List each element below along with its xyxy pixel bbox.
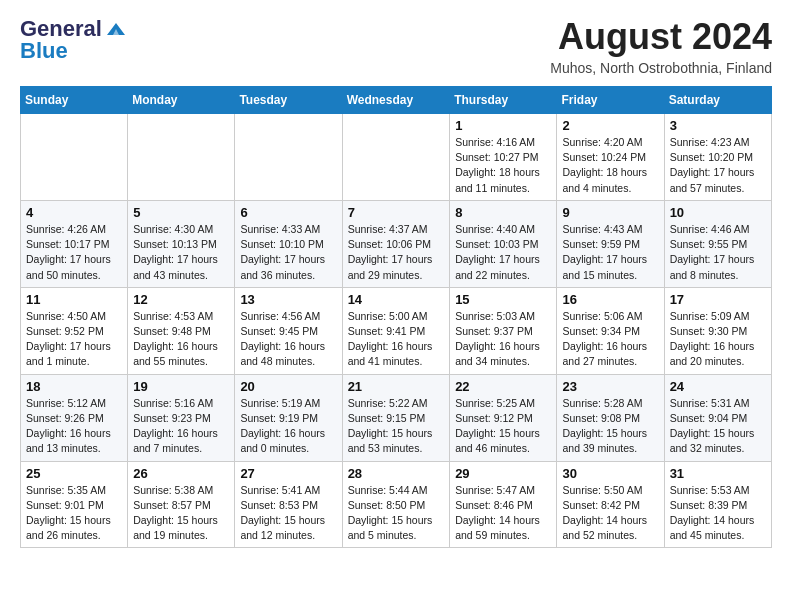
- day-number: 31: [670, 466, 766, 481]
- day-cell: 17Sunrise: 5:09 AM Sunset: 9:30 PM Dayli…: [664, 287, 771, 374]
- day-number: 25: [26, 466, 122, 481]
- day-cell: 11Sunrise: 4:50 AM Sunset: 9:52 PM Dayli…: [21, 287, 128, 374]
- logo-icon: [105, 21, 127, 37]
- day-cell: 8Sunrise: 4:40 AM Sunset: 10:03 PM Dayli…: [450, 200, 557, 287]
- weekday-header-wednesday: Wednesday: [342, 87, 450, 114]
- day-info: Sunrise: 5:28 AM Sunset: 9:08 PM Dayligh…: [562, 396, 658, 457]
- day-info: Sunrise: 4:23 AM Sunset: 10:20 PM Daylig…: [670, 135, 766, 196]
- day-number: 27: [240, 466, 336, 481]
- day-cell: 23Sunrise: 5:28 AM Sunset: 9:08 PM Dayli…: [557, 374, 664, 461]
- day-number: 5: [133, 205, 229, 220]
- day-number: 3: [670, 118, 766, 133]
- day-number: 9: [562, 205, 658, 220]
- day-number: 13: [240, 292, 336, 307]
- day-info: Sunrise: 4:50 AM Sunset: 9:52 PM Dayligh…: [26, 309, 122, 370]
- day-info: Sunrise: 4:16 AM Sunset: 10:27 PM Daylig…: [455, 135, 551, 196]
- day-cell: 30Sunrise: 5:50 AM Sunset: 8:42 PM Dayli…: [557, 461, 664, 548]
- day-cell: 27Sunrise: 5:41 AM Sunset: 8:53 PM Dayli…: [235, 461, 342, 548]
- day-cell: 7Sunrise: 4:37 AM Sunset: 10:06 PM Dayli…: [342, 200, 450, 287]
- day-cell: 26Sunrise: 5:38 AM Sunset: 8:57 PM Dayli…: [128, 461, 235, 548]
- week-row-3: 11Sunrise: 4:50 AM Sunset: 9:52 PM Dayli…: [21, 287, 772, 374]
- day-info: Sunrise: 5:35 AM Sunset: 9:01 PM Dayligh…: [26, 483, 122, 544]
- day-number: 23: [562, 379, 658, 394]
- weekday-header-friday: Friday: [557, 87, 664, 114]
- day-cell: 14Sunrise: 5:00 AM Sunset: 9:41 PM Dayli…: [342, 287, 450, 374]
- day-cell: 9Sunrise: 4:43 AM Sunset: 9:59 PM Daylig…: [557, 200, 664, 287]
- day-info: Sunrise: 5:00 AM Sunset: 9:41 PM Dayligh…: [348, 309, 445, 370]
- day-info: Sunrise: 4:46 AM Sunset: 9:55 PM Dayligh…: [670, 222, 766, 283]
- day-number: 1: [455, 118, 551, 133]
- week-row-4: 18Sunrise: 5:12 AM Sunset: 9:26 PM Dayli…: [21, 374, 772, 461]
- day-info: Sunrise: 4:37 AM Sunset: 10:06 PM Daylig…: [348, 222, 445, 283]
- month-year: August 2024: [550, 16, 772, 58]
- day-info: Sunrise: 5:31 AM Sunset: 9:04 PM Dayligh…: [670, 396, 766, 457]
- day-info: Sunrise: 5:12 AM Sunset: 9:26 PM Dayligh…: [26, 396, 122, 457]
- day-number: 22: [455, 379, 551, 394]
- day-cell: 20Sunrise: 5:19 AM Sunset: 9:19 PM Dayli…: [235, 374, 342, 461]
- day-number: 4: [26, 205, 122, 220]
- day-number: 17: [670, 292, 766, 307]
- day-number: 24: [670, 379, 766, 394]
- page-header: General Blue August 2024 Muhos, North Os…: [20, 16, 772, 76]
- day-info: Sunrise: 4:43 AM Sunset: 9:59 PM Dayligh…: [562, 222, 658, 283]
- day-cell: 18Sunrise: 5:12 AM Sunset: 9:26 PM Dayli…: [21, 374, 128, 461]
- day-info: Sunrise: 4:40 AM Sunset: 10:03 PM Daylig…: [455, 222, 551, 283]
- day-info: Sunrise: 5:38 AM Sunset: 8:57 PM Dayligh…: [133, 483, 229, 544]
- day-number: 14: [348, 292, 445, 307]
- day-number: 15: [455, 292, 551, 307]
- day-cell: 19Sunrise: 5:16 AM Sunset: 9:23 PM Dayli…: [128, 374, 235, 461]
- location: Muhos, North Ostrobothnia, Finland: [550, 60, 772, 76]
- day-number: 12: [133, 292, 229, 307]
- day-number: 11: [26, 292, 122, 307]
- day-number: 30: [562, 466, 658, 481]
- day-cell: 13Sunrise: 4:56 AM Sunset: 9:45 PM Dayli…: [235, 287, 342, 374]
- week-row-1: 1Sunrise: 4:16 AM Sunset: 10:27 PM Dayli…: [21, 114, 772, 201]
- day-info: Sunrise: 5:22 AM Sunset: 9:15 PM Dayligh…: [348, 396, 445, 457]
- day-info: Sunrise: 5:19 AM Sunset: 9:19 PM Dayligh…: [240, 396, 336, 457]
- day-info: Sunrise: 4:30 AM Sunset: 10:13 PM Daylig…: [133, 222, 229, 283]
- day-info: Sunrise: 5:50 AM Sunset: 8:42 PM Dayligh…: [562, 483, 658, 544]
- day-info: Sunrise: 5:53 AM Sunset: 8:39 PM Dayligh…: [670, 483, 766, 544]
- day-cell: 3Sunrise: 4:23 AM Sunset: 10:20 PM Dayli…: [664, 114, 771, 201]
- day-number: 8: [455, 205, 551, 220]
- day-cell: 15Sunrise: 5:03 AM Sunset: 9:37 PM Dayli…: [450, 287, 557, 374]
- day-number: 18: [26, 379, 122, 394]
- day-number: 2: [562, 118, 658, 133]
- day-cell: 6Sunrise: 4:33 AM Sunset: 10:10 PM Dayli…: [235, 200, 342, 287]
- day-number: 10: [670, 205, 766, 220]
- day-cell: 28Sunrise: 5:44 AM Sunset: 8:50 PM Dayli…: [342, 461, 450, 548]
- day-cell: 10Sunrise: 4:46 AM Sunset: 9:55 PM Dayli…: [664, 200, 771, 287]
- day-number: 6: [240, 205, 336, 220]
- day-number: 16: [562, 292, 658, 307]
- day-cell: [128, 114, 235, 201]
- weekday-header-monday: Monday: [128, 87, 235, 114]
- day-cell: 12Sunrise: 4:53 AM Sunset: 9:48 PM Dayli…: [128, 287, 235, 374]
- day-cell: 1Sunrise: 4:16 AM Sunset: 10:27 PM Dayli…: [450, 114, 557, 201]
- day-info: Sunrise: 5:16 AM Sunset: 9:23 PM Dayligh…: [133, 396, 229, 457]
- day-cell: 25Sunrise: 5:35 AM Sunset: 9:01 PM Dayli…: [21, 461, 128, 548]
- day-info: Sunrise: 4:20 AM Sunset: 10:24 PM Daylig…: [562, 135, 658, 196]
- day-cell: 16Sunrise: 5:06 AM Sunset: 9:34 PM Dayli…: [557, 287, 664, 374]
- day-cell: 22Sunrise: 5:25 AM Sunset: 9:12 PM Dayli…: [450, 374, 557, 461]
- day-info: Sunrise: 4:53 AM Sunset: 9:48 PM Dayligh…: [133, 309, 229, 370]
- calendar-table: SundayMondayTuesdayWednesdayThursdayFrid…: [20, 86, 772, 548]
- logo-blue: Blue: [20, 38, 68, 64]
- day-cell: [21, 114, 128, 201]
- day-number: 28: [348, 466, 445, 481]
- day-info: Sunrise: 4:26 AM Sunset: 10:17 PM Daylig…: [26, 222, 122, 283]
- day-number: 20: [240, 379, 336, 394]
- day-info: Sunrise: 5:03 AM Sunset: 9:37 PM Dayligh…: [455, 309, 551, 370]
- day-number: 26: [133, 466, 229, 481]
- day-number: 19: [133, 379, 229, 394]
- day-cell: 2Sunrise: 4:20 AM Sunset: 10:24 PM Dayli…: [557, 114, 664, 201]
- day-info: Sunrise: 5:09 AM Sunset: 9:30 PM Dayligh…: [670, 309, 766, 370]
- weekday-header-sunday: Sunday: [21, 87, 128, 114]
- logo: General Blue: [20, 16, 127, 64]
- day-cell: [342, 114, 450, 201]
- week-row-5: 25Sunrise: 5:35 AM Sunset: 9:01 PM Dayli…: [21, 461, 772, 548]
- week-row-2: 4Sunrise: 4:26 AM Sunset: 10:17 PM Dayli…: [21, 200, 772, 287]
- day-number: 29: [455, 466, 551, 481]
- weekday-header-thursday: Thursday: [450, 87, 557, 114]
- weekday-header-tuesday: Tuesday: [235, 87, 342, 114]
- day-info: Sunrise: 4:56 AM Sunset: 9:45 PM Dayligh…: [240, 309, 336, 370]
